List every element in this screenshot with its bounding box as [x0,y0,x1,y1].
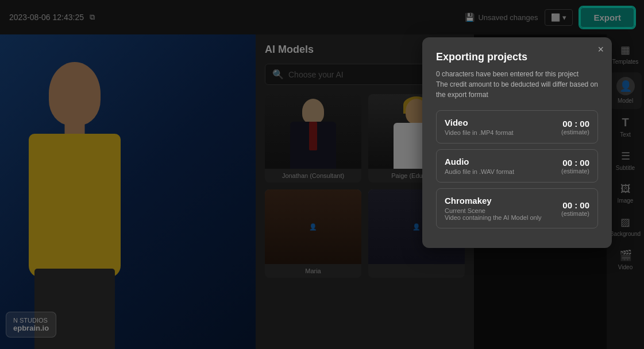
export-video-time-label: (estimate) [561,129,589,135]
export-audio-time-label: (estimate) [561,168,589,174]
export-option-audio[interactable]: Audio Audio file in .WAV format 00 : 00 … [436,149,598,183]
export-chromakey-time-label: (estimate) [561,210,589,217]
modal-close-button[interactable]: × [597,44,604,55]
export-audio-title: Audio [445,157,514,166]
modal-desc-line2: The credit amount to be deducted will di… [436,80,598,99]
export-modal: × Exporting projects 0 characters have b… [422,37,612,248]
export-option-audio-left: Audio Audio file in .WAV format [445,157,514,175]
export-video-desc: Video file in .MP4 format [445,129,514,136]
export-video-time-value: 00 : 00 [561,119,589,129]
export-audio-desc: Audio file in .WAV format [445,168,514,175]
modal-desc-line1: 0 characters have been entered for this … [436,70,579,78]
export-audio-time-value: 00 : 00 [561,158,589,168]
modal-description: 0 characters have been entered for this … [436,69,598,100]
modal-title: Exporting projects [436,51,598,63]
export-option-chromakey-left: Chromakey Current Scene Video containing… [445,196,542,221]
export-option-video-left: Video Video file in .MP4 format [445,118,514,136]
export-chromakey-time-value: 00 : 00 [561,200,589,210]
export-chromakey-title: Chromakey [445,196,542,205]
export-video-time: 00 : 00 (estimate) [561,119,589,135]
export-audio-time: 00 : 00 (estimate) [561,158,589,174]
export-chromakey-time: 00 : 00 (estimate) [561,200,589,217]
export-option-chromakey[interactable]: Chromakey Current Scene Video containing… [436,188,598,228]
export-chromakey-desc1: Current Scene [445,207,542,214]
export-option-video[interactable]: Video Video file in .MP4 format 00 : 00 … [436,110,598,144]
export-chromakey-desc2: Video containing the AI Model only [445,214,542,221]
export-video-title: Video [445,118,514,127]
